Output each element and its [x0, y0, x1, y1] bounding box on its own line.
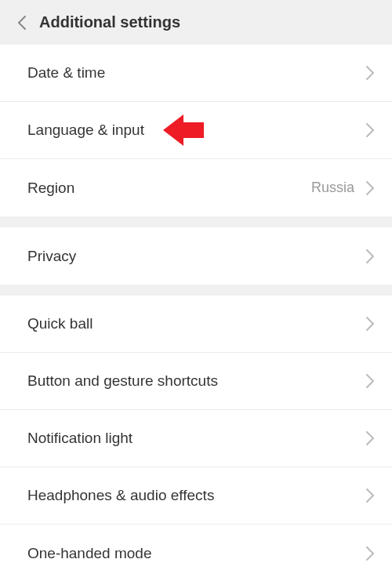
chevron-right-icon	[364, 182, 376, 194]
row-label: Button and gesture shortcuts	[27, 372, 364, 390]
row-headphones-audio[interactable]: Headphones & audio effects	[0, 467, 392, 525]
row-label: Date & time	[27, 64, 364, 82]
row-one-handed[interactable]: One-handed mode	[0, 525, 392, 570]
chevron-right-icon	[364, 318, 376, 330]
header: Additional settings	[0, 0, 392, 45]
row-privacy[interactable]: Privacy	[0, 227, 392, 285]
row-label: Notification light	[27, 430, 364, 447]
settings-group: Privacy	[0, 227, 392, 285]
chevron-right-icon	[364, 124, 376, 136]
row-button-gesture[interactable]: Button and gesture shortcuts	[0, 353, 392, 410]
row-label: Region	[27, 180, 311, 197]
chevron-left-icon	[17, 15, 27, 31]
row-label: Privacy	[27, 248, 364, 265]
row-notification-light[interactable]: Notification light	[0, 410, 392, 467]
highlight-arrow-icon	[163, 114, 204, 146]
chevron-right-icon	[364, 547, 376, 560]
svg-marker-0	[163, 114, 204, 146]
settings-group: Date & time Language & input Region Russ…	[0, 45, 392, 216]
row-label: One-handed mode	[27, 545, 364, 562]
chevron-right-icon	[364, 250, 376, 263]
back-button[interactable]	[12, 13, 31, 32]
row-label: Headphones & audio effects	[27, 487, 364, 504]
chevron-right-icon	[364, 489, 376, 502]
row-language-input[interactable]: Language & input	[0, 102, 392, 159]
chevron-right-icon	[364, 67, 376, 79]
settings-group: Quick ball Button and gesture shortcuts …	[0, 296, 392, 570]
row-date-time[interactable]: Date & time	[0, 45, 392, 102]
chevron-right-icon	[364, 432, 376, 445]
page-title: Additional settings	[39, 13, 180, 31]
row-label: Quick ball	[27, 315, 364, 332]
row-quick-ball[interactable]: Quick ball	[0, 296, 392, 353]
row-value: Russia	[311, 180, 354, 196]
row-region[interactable]: Region Russia	[0, 159, 392, 216]
chevron-right-icon	[364, 375, 376, 387]
